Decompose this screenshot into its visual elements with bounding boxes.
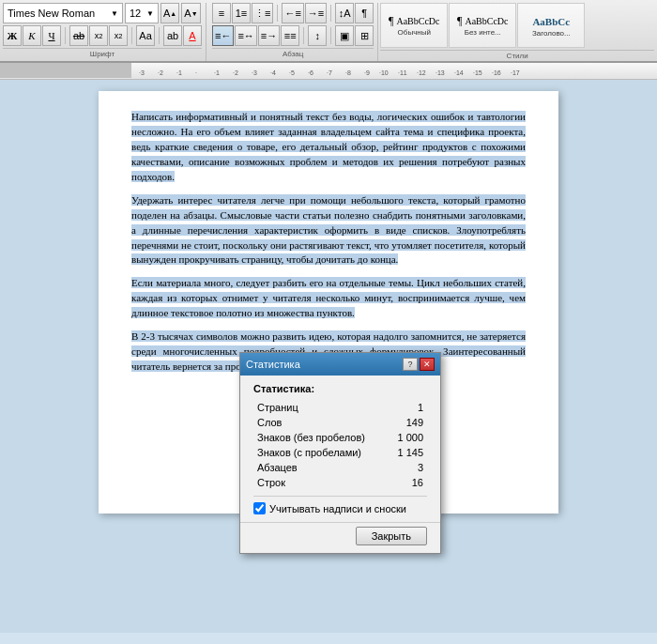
dialog-row-paragraphs: Абзацев 3: [253, 460, 427, 475]
paragraph-1-text: Написать информативный и понятный текст …: [131, 111, 526, 182]
style-heading-preview: AaBbCс: [532, 14, 570, 29]
dialog-row-lines: Строк 16: [253, 475, 427, 490]
font-size-value: 12: [130, 8, 141, 19]
align-right-button[interactable]: ≡→: [258, 25, 280, 46]
dialog-label-paragraphs: Абзацев: [257, 462, 298, 473]
font-name-dropdown-icon: ▼: [111, 9, 118, 18]
dialog-row-chars-no-spaces: Знаков (без пробелов) 1 000: [253, 430, 427, 445]
dialog-value-chars-no-spaces: 1 000: [397, 432, 423, 443]
statistics-dialog: Статистика ? ✕ Статистика: Страниц 1 Сло…: [239, 352, 441, 554]
main-area: Написать информативный и понятный текст …: [0, 80, 657, 633]
dialog-divider: [253, 496, 427, 497]
dialog-label-chars-spaces: Знаков (с пробелами): [257, 447, 361, 458]
dialog-title: Статистика: [246, 359, 300, 370]
italic-button[interactable]: К: [23, 25, 41, 46]
dialog-row-pages: Страниц 1: [253, 400, 427, 415]
shrink-font-button[interactable]: A▼: [181, 3, 200, 23]
dialog-label-words: Слов: [257, 417, 282, 428]
include-footnotes-checkbox[interactable]: [253, 502, 266, 514]
font-size-dropdown-icon: ▼: [146, 9, 154, 18]
style-normal-label: Обычный: [398, 28, 431, 37]
dialog-value-words: 149: [406, 417, 423, 428]
highlight-button[interactable]: ab: [163, 25, 182, 46]
dialog-checkbox-row: Учитывать надписи и сноски: [253, 502, 427, 514]
dialog-value-paragraphs: 3: [418, 462, 423, 473]
style-normal-preview: ¶ AaBbCcDс: [389, 14, 440, 28]
paragraph-2-text: Удержать интерес читателя легче при помо…: [131, 194, 526, 266]
strikethrough-button[interactable]: ab: [69, 25, 88, 46]
dialog-body: Статистика: Страниц 1 Слов 149 Знаков (б…: [240, 376, 440, 522]
dialog-close-button-x[interactable]: ✕: [420, 358, 435, 371]
justify-button[interactable]: ≡≡: [281, 25, 299, 46]
style-heading-label: Заголово...: [532, 29, 571, 38]
underline-button[interactable]: Ч: [42, 25, 61, 46]
align-center-button[interactable]: ≡↔: [235, 25, 256, 46]
style-no-spacing[interactable]: ¶ AaBbCcDс Без инте...: [449, 3, 516, 48]
style-normal[interactable]: ¶ AaBbCcDс Обычный: [380, 3, 448, 48]
ruler: ·3 ·2 ·1 · ·1 ·2 ·3 ·4 ·5 ·6 ·7 ·8 ·9 ·1…: [0, 63, 657, 80]
dialog-label-lines: Строк: [257, 477, 285, 488]
dialog-value-pages: 1: [418, 402, 423, 413]
numbered-list-button[interactable]: 1≡: [232, 3, 251, 23]
dialog-value-chars-spaces: 1 145: [397, 447, 423, 458]
dialog-row-words: Слов 149: [253, 415, 427, 430]
styles-section-label: Стили: [380, 50, 654, 61]
superscript-button[interactable]: x2: [109, 25, 128, 46]
dialog-footer: Закрыть: [240, 522, 440, 553]
paragraph-3-text: Если материала много, следует разбить ег…: [131, 277, 526, 318]
style-no-spacing-preview: ¶ AaBbCcDс: [457, 14, 509, 28]
sort-button[interactable]: ↕A: [335, 3, 354, 23]
increase-indent-button[interactable]: →≡: [305, 3, 327, 23]
align-left-button[interactable]: ≡←: [212, 25, 234, 46]
shading-button[interactable]: ▣: [335, 25, 354, 46]
dialog-titlebar-controls: ? ✕: [403, 358, 435, 371]
style-no-spacing-label: Без инте...: [465, 28, 501, 37]
dialog-titlebar: Статистика ? ✕: [240, 353, 440, 376]
font-size-box[interactable]: 12 ▼: [125, 3, 159, 23]
borders-button[interactable]: ⊞: [355, 25, 374, 46]
dialog-row-chars-spaces: Знаков (с пробелами) 1 145: [253, 445, 427, 460]
paragraph-1: Написать информативный и понятный текст …: [131, 110, 526, 185]
font-group: Times New Roman ▼ 12 ▼ A▲ A▼ Ж К Ч ab: [3, 3, 206, 61]
font-color-button[interactable]: А: [183, 25, 202, 46]
show-marks-button[interactable]: ¶: [355, 3, 374, 23]
dialog-help-button[interactable]: ?: [403, 358, 418, 371]
change-case-button[interactable]: Аа: [136, 25, 155, 46]
font-name-box[interactable]: Times New Roman ▼: [3, 3, 123, 23]
bold-button[interactable]: Ж: [3, 25, 22, 46]
paragraph-3: Если материала много, следует разбить ег…: [131, 276, 526, 321]
decrease-indent-button[interactable]: ←≡: [282, 3, 303, 23]
dialog-label-chars-no-spaces: Знаков (без пробелов): [257, 432, 365, 443]
style-heading[interactable]: AaBbCс Заголово...: [517, 3, 585, 48]
line-spacing-button[interactable]: ↕: [308, 25, 327, 46]
styles-group: ¶ AaBbCcDс Обычный ¶ AaBbCcDс Без инте..…: [380, 3, 654, 61]
dialog-label-pages: Страниц: [257, 402, 298, 413]
bullet-list-button[interactable]: ≡: [212, 3, 231, 23]
subscript-button[interactable]: x2: [89, 25, 108, 46]
paragraph-group: ≡ 1≡ ⋮≡ ←≡ →≡ ↕A ¶ ≡← ≡↔ ≡→ ≡≡ ↕ ▣ ⊞: [208, 3, 378, 61]
dialog-section-title: Статистика:: [253, 383, 427, 394]
font-name-value: Times New Roman: [8, 8, 95, 19]
toolbar: Times New Roman ▼ 12 ▼ A▲ A▼ Ж К Ч ab: [0, 0, 657, 63]
close-button[interactable]: Закрыть: [356, 527, 427, 545]
paragraph-section-label: Абзац: [212, 48, 374, 59]
include-footnotes-label: Учитывать надписи и сноски: [269, 503, 406, 514]
paragraph-2: Удержать интерес читателя легче при помо…: [131, 193, 526, 268]
dialog-value-lines: 16: [412, 477, 423, 488]
multilevel-list-button[interactable]: ⋮≡: [252, 3, 273, 23]
font-section-label: Шрифт: [3, 48, 202, 59]
grow-font-button[interactable]: A▲: [160, 3, 179, 23]
